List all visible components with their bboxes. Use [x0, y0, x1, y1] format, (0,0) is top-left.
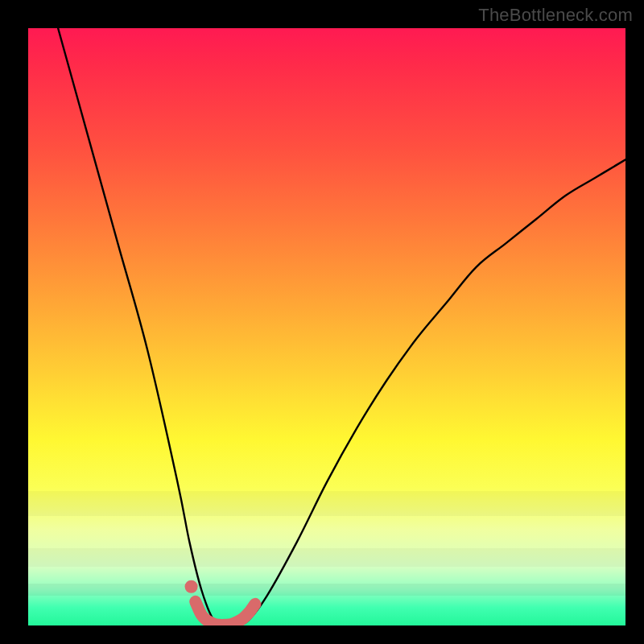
chart-plot-area: [28, 28, 625, 625]
bottleneck-curve: [58, 28, 625, 625]
optimal-range-marker: [196, 601, 255, 625]
marker-dot: [185, 580, 198, 593]
chart-svg: [28, 28, 625, 625]
attribution-text: TheBottleneck.com: [478, 5, 633, 26]
